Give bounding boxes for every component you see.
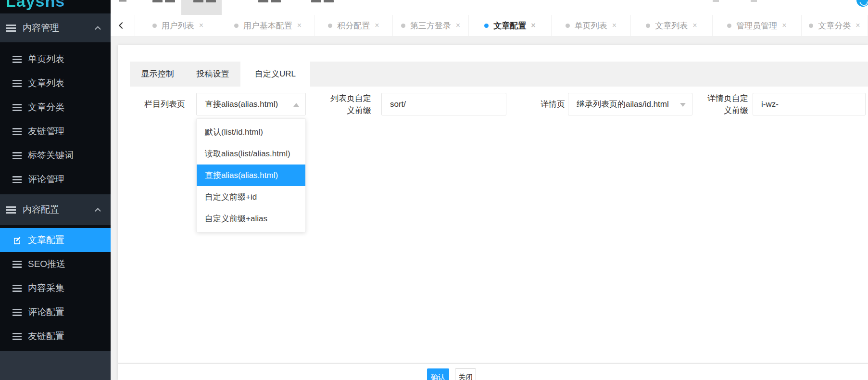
topnav-item[interactable] <box>271 0 281 2</box>
panel-tab-submission-settings[interactable]: 投稿设置 <box>185 62 240 87</box>
tab-points-config[interactable]: 积分配置 × <box>315 15 393 36</box>
sidebar-item-comment-manage[interactable]: 评论管理 <box>0 167 111 191</box>
sidebar-group-content-config[interactable]: 内容配置 <box>0 194 111 225</box>
list-icon <box>13 176 22 183</box>
sidebar-item-comment-config[interactable]: 评论配置 <box>0 300 111 324</box>
sidebar-item-single-page-list[interactable]: 单页列表 <box>0 47 111 71</box>
tab-user-list[interactable]: 用户列表 × <box>135 15 221 36</box>
field-label-detail-page: 详情页 <box>517 93 565 115</box>
top-header <box>111 0 868 15</box>
select-value: 直接alias(alias.html) <box>205 100 278 109</box>
sidebar-item-label: 单页列表 <box>28 53 64 65</box>
sidebar-group-label: 内容配置 <box>23 203 59 216</box>
sidebar-group-content-manage[interactable]: 内容管理 <box>0 13 111 42</box>
sidebar-footer <box>0 351 111 380</box>
close-button[interactable]: 关闭 <box>455 368 476 380</box>
sidebar-item-seo-push[interactable]: SEO推送 <box>0 252 111 276</box>
tab-article-list[interactable]: 文章列表 × <box>631 15 713 36</box>
tab-single-page-list[interactable]: 单页列表 × <box>552 15 631 36</box>
main-area: 用户列表 × 用户基本配置 × 积分配置 × 第三方登录 × 文章配置 <box>111 0 868 380</box>
sidebar-item-friend-links[interactable]: 友链管理 <box>0 119 111 143</box>
dropdown-option-selected[interactable]: 直接alias(alias.html) <box>197 165 305 186</box>
tab-label: 管理员管理 <box>736 20 777 31</box>
sidebar-item-tag-keywords[interactable]: 标签关键词 <box>0 143 111 167</box>
tab-dot-icon <box>809 24 813 28</box>
sidebar-item-label: 文章分类 <box>28 101 64 114</box>
sidebar: Laysns 内容管理 单页列表 文章列表 文章分类 友链管理 标签关键词 评论 <box>0 0 111 380</box>
sidebar-item-article-config[interactable]: 文章配置 <box>0 228 111 252</box>
chevron-up-icon <box>95 26 101 32</box>
confirm-button[interactable]: 确认 <box>427 368 449 380</box>
detail-custom-prefix-input[interactable] <box>753 93 866 115</box>
column-list-page-select[interactable]: 直接alias(alias.html) <box>196 93 306 115</box>
sidebar-item-label: 内容采集 <box>28 282 64 294</box>
close-icon[interactable]: × <box>612 21 616 30</box>
tab-article-config[interactable]: 文章配置 × <box>469 15 552 36</box>
close-icon[interactable]: × <box>456 21 460 30</box>
list-icon <box>13 104 22 111</box>
sidebar-item-label: SEO推送 <box>28 258 65 270</box>
list-icon <box>13 333 22 340</box>
sidebar-submenu-content-config: 文章配置 SEO推送 内容采集 评论配置 友链配置 <box>0 225 111 351</box>
sidebar-item-content-collect[interactable]: 内容采集 <box>0 276 111 300</box>
close-icon[interactable]: × <box>375 21 379 30</box>
close-icon[interactable]: × <box>782 21 786 30</box>
tab-dot-icon <box>727 24 731 28</box>
dropdown-option[interactable]: 自定义前缀+id <box>197 186 305 208</box>
sidebar-item-label: 评论配置 <box>28 306 64 318</box>
menu-toggle-icon[interactable] <box>119 0 126 1</box>
sidebar-item-article-list[interactable]: 文章列表 <box>0 71 111 95</box>
header-icon[interactable] <box>713 0 719 2</box>
sidebar-item-label: 评论管理 <box>28 173 64 186</box>
avatar[interactable] <box>856 0 868 7</box>
sidebar-item-label: 文章列表 <box>28 77 64 89</box>
label-line: 义前缀 <box>700 104 748 116</box>
topnav-item[interactable] <box>152 0 163 2</box>
detail-page-select[interactable]: 继承列表页的ailas/id.html <box>568 93 692 115</box>
tab-article-category[interactable]: 文章分类 × <box>802 15 868 36</box>
dropdown-option[interactable]: 自定义前缀+alias <box>197 208 305 229</box>
list-custom-prefix-input[interactable] <box>381 93 506 115</box>
sidebar-item-article-category[interactable]: 文章分类 <box>0 95 111 119</box>
topnav-item[interactable] <box>324 0 334 2</box>
tab-user-basic-config[interactable]: 用户基本配置 × <box>221 15 315 36</box>
header-icon[interactable] <box>751 0 757 2</box>
tab-dot-icon <box>401 24 405 28</box>
topnav-item[interactable] <box>258 0 268 2</box>
list-icon <box>13 128 22 135</box>
topnav-item[interactable] <box>206 0 216 2</box>
topnav-item[interactable] <box>165 0 175 2</box>
list-icon <box>13 261 22 268</box>
close-icon[interactable]: × <box>199 21 203 30</box>
chevron-left-icon <box>119 22 126 29</box>
tab-scroll-left-button[interactable] <box>114 15 130 36</box>
field-label-list-custom-prefix: 列表页自定 义前缀 <box>323 92 371 116</box>
panel-tab-display-control[interactable]: 显示控制 <box>130 62 185 87</box>
page-body: 显示控制 投稿设置 自定义URL 栏目列表页 直接alias(alias.htm… <box>111 37 868 380</box>
dropdown-option[interactable]: 读取alias(list/alias.html) <box>197 143 305 165</box>
list-icon <box>13 309 22 316</box>
sidebar-item-label: 文章配置 <box>28 234 64 246</box>
tab-label: 文章列表 <box>655 20 688 31</box>
tab-dot-icon <box>234 24 239 28</box>
list-icon <box>13 285 22 292</box>
tab-third-party-login[interactable]: 第三方登录 × <box>393 15 469 36</box>
label-line: 详情页自定 <box>700 92 748 104</box>
close-icon[interactable]: × <box>297 21 302 30</box>
page-tabbar: 用户列表 × 用户基本配置 × 积分配置 × 第三方登录 × 文章配置 <box>111 15 868 37</box>
close-icon[interactable]: × <box>692 21 697 30</box>
topnav-item[interactable] <box>311 0 321 2</box>
topnav-item[interactable] <box>193 0 203 2</box>
tab-dot-icon <box>152 24 157 28</box>
dropdown-option[interactable]: 默认(list/id.html) <box>197 121 305 143</box>
chevron-up-icon <box>95 208 101 214</box>
tab-label: 单页列表 <box>575 20 607 31</box>
close-icon[interactable]: × <box>531 21 535 30</box>
sidebar-item-friendlink-config[interactable]: 友链配置 <box>0 324 111 348</box>
tab-admin-manage[interactable]: 管理员管理 × <box>713 15 802 36</box>
close-icon[interactable]: × <box>855 21 860 30</box>
page-tabs: 用户列表 × 用户基本配置 × 积分配置 × 第三方登录 × 文章配置 <box>135 15 868 36</box>
panel-tab-custom-url[interactable]: 自定义URL <box>240 62 310 87</box>
tab-label: 积分配置 <box>337 20 370 31</box>
tab-label: 文章分类 <box>818 20 851 31</box>
